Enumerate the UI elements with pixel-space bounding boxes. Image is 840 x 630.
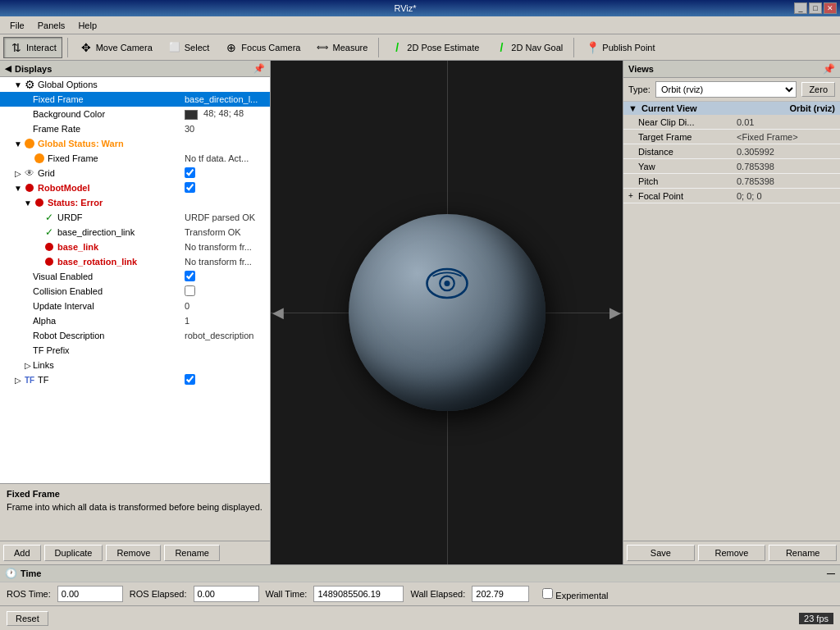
tree-item-base-link[interactable]: base_link No transform fr... (0, 240, 270, 254)
tree-item-update-interval[interactable]: Update Interval 0 (0, 299, 270, 313)
duplicate-button[interactable]: Duplicate (44, 545, 103, 561)
tf-checkbox[interactable] (185, 374, 195, 385)
remove-button[interactable]: Remove (106, 545, 161, 561)
move-camera-button[interactable]: ✥ Move Camera (73, 37, 158, 58)
wall-elapsed-input[interactable] (472, 586, 529, 602)
ros-elapsed-label: ROS Elapsed: (130, 589, 187, 599)
views-title: Views (628, 64, 654, 74)
type-row: Type: Orbit (rviz) Zero (623, 78, 840, 102)
rename-view-button[interactable]: Rename (769, 545, 837, 561)
interact-button[interactable]: ⇅ Interact (3, 37, 62, 58)
tree-item-robot-model[interactable]: ▼ RobotModel (0, 180, 270, 195)
cv-row-distance[interactable]: Distance 0.305992 (623, 144, 840, 159)
add-button[interactable]: Add (3, 545, 41, 561)
tree-item-base-rotation[interactable]: base_rotation_link No transform fr... (0, 254, 270, 269)
menu-help[interactable]: Help (71, 19, 103, 32)
cv-row-target-frame[interactable]: Target Frame <Fixed Frame> (623, 130, 840, 144)
expand-status-error[interactable]: ▼ (23, 199, 33, 208)
cv-row-focal-point[interactable]: + Focal Point 0; 0; 0 (623, 189, 840, 203)
tree-item-tf-prefix[interactable]: TF Prefix (0, 343, 270, 358)
menu-file[interactable]: File (3, 19, 31, 32)
displays-collapse[interactable]: ◀ (5, 64, 11, 73)
focal-point-expand[interactable]: + (628, 191, 638, 200)
toolbar: ⇅ Interact ✥ Move Camera ⬜ Select ⊕ Focu… (0, 34, 840, 61)
close-button[interactable]: ✕ (824, 2, 837, 14)
tree-item-tf[interactable]: ▷ TF TF (0, 372, 270, 387)
menu-panels[interactable]: Panels (31, 19, 72, 32)
reset-button[interactable]: Reset (7, 611, 48, 626)
tree-item-visual-enabled[interactable]: Visual Enabled (0, 269, 270, 284)
expand-links[interactable]: ▷ (23, 361, 33, 370)
nav-goal-button[interactable]: / 2D Nav Goal (488, 37, 568, 58)
cv-section-header[interactable]: ▼ Current View Orbit (rviz) (623, 102, 840, 115)
cv-row-yaw[interactable]: Yaw 0.785398 (623, 159, 840, 174)
expand-robot-model[interactable]: ▼ (13, 184, 23, 193)
remove-view-button[interactable]: Remove (698, 545, 766, 561)
collision-enabled-checkbox[interactable] (185, 285, 195, 296)
bg-color-value: 48; 48; 48 (185, 108, 267, 119)
cv-section-type: Orbit (rviz) (789, 103, 835, 113)
cv-row-pitch[interactable]: Pitch 0.785398 (623, 174, 840, 189)
focus-camera-button[interactable]: ⊕ Focus Camera (218, 37, 306, 58)
tree-item-grid[interactable]: ▷ 👁 Grid (0, 166, 270, 180)
tree-item-robot-desc[interactable]: Robot Description robot_description (0, 328, 270, 343)
maximize-button[interactable]: □ (809, 2, 822, 14)
description-area: Fixed Frame Frame into which all data is… (0, 483, 270, 541)
menu-bar: File Panels Help (0, 16, 840, 34)
publish-point-button[interactable]: 📍 Publish Point (579, 37, 660, 58)
tree-item-bg-color[interactable]: Background Color 48; 48; 48 (0, 107, 270, 121)
zero-button[interactable]: Zero (801, 82, 835, 97)
expand-grid[interactable]: ▷ (13, 169, 23, 178)
tree-item-base-direction[interactable]: ✓ base_direction_link Transform OK (0, 225, 270, 240)
ros-time-input[interactable] (57, 586, 123, 602)
type-select[interactable]: Orbit (rviz) (655, 81, 797, 98)
tree-item-alpha[interactable]: Alpha 1 (0, 313, 270, 328)
robot-desc-label: Robot Description (33, 331, 185, 340)
views-panel: Views 📌 Type: Orbit (rviz) Zero ▼ Curren… (623, 61, 840, 564)
tf-icon: TF (23, 373, 36, 386)
tree-item-links[interactable]: ▷ Links (0, 358, 270, 372)
robot-model-checkbox[interactable] (185, 182, 195, 193)
tree-item-status-error[interactable]: ▼ Status: Error (0, 195, 270, 210)
tree-item-collision-enabled[interactable]: Collision Enabled (0, 284, 270, 299)
wall-time-input[interactable] (313, 586, 404, 602)
minimize-button[interactable]: _ (794, 2, 807, 14)
tree-item-ff-status[interactable]: Fixed Frame No tf data. Act... (0, 151, 270, 166)
svg-point-2 (444, 281, 450, 286)
viewport-right-arrow[interactable]: ▶ (609, 304, 621, 322)
robot-sphere (349, 214, 546, 411)
save-view-button[interactable]: Save (627, 545, 695, 561)
base-link-value: No transform fr... (185, 242, 267, 252)
focal-point-value: 0; 0; 0 (737, 191, 835, 201)
status-error-label: Status: Error (48, 198, 267, 208)
tree-item-global-options[interactable]: ▼ ⚙ Global Options (0, 77, 270, 92)
grid-checkbox[interactable] (185, 167, 195, 178)
time-header: 🕐 Time ─ (0, 565, 840, 582)
measure-icon: ⟺ (315, 40, 330, 55)
tree-item-urdf[interactable]: ✓ URDF URDF parsed OK (0, 210, 270, 225)
visual-enabled-checkbox[interactable] (185, 271, 195, 281)
time-fields: ROS Time: ROS Elapsed: Wall Time: Wall E… (0, 582, 840, 605)
time-collapse[interactable]: ─ (827, 567, 835, 580)
expand-global-options[interactable]: ▼ (13, 80, 23, 89)
robot-sphere-body (349, 214, 546, 411)
expand-global-status[interactable]: ▼ (13, 139, 23, 148)
select-icon: ⬜ (167, 40, 182, 55)
experimental-checkbox[interactable] (542, 588, 553, 599)
views-buttons: Save Remove Rename (623, 541, 840, 564)
tf-label: TF (38, 375, 185, 385)
viewport[interactable]: ◀ ▶ (271, 61, 623, 564)
tree-item-fixed-frame[interactable]: Fixed Frame base_direction_l... (0, 92, 270, 107)
pose-estimate-button[interactable]: / 2D Pose Estimate (384, 37, 485, 58)
bg-color-label: Background Color (33, 109, 185, 119)
cv-row-near-clip[interactable]: Near Clip Di... 0.01 (623, 115, 840, 130)
rename-button[interactable]: Rename (164, 545, 220, 561)
displays-title: Displays (15, 64, 52, 74)
measure-button[interactable]: ⟺ Measure (309, 37, 373, 58)
select-button[interactable]: ⬜ Select (162, 37, 216, 58)
tree-item-frame-rate[interactable]: Frame Rate 30 (0, 121, 270, 136)
tree-item-global-status[interactable]: ▼ Global Status: Warn (0, 136, 270, 151)
viewport-left-arrow[interactable]: ◀ (272, 304, 284, 322)
ros-elapsed-input[interactable] (194, 586, 259, 602)
expand-tf[interactable]: ▷ (13, 376, 23, 385)
